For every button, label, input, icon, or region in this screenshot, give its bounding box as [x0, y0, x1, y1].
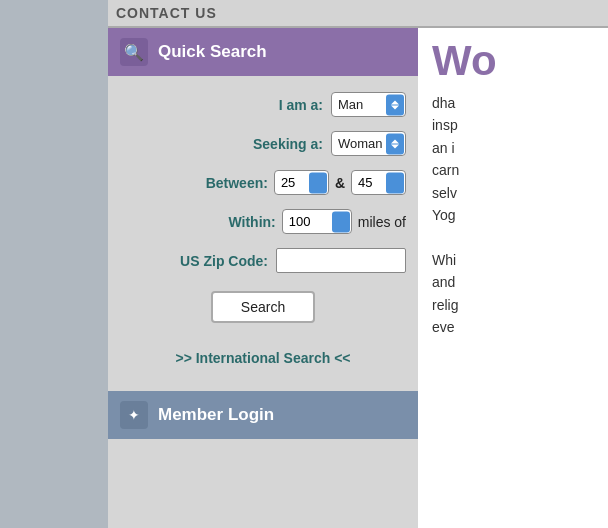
- international-search-link[interactable]: >> International Search <<: [175, 350, 350, 366]
- within-input[interactable]: [282, 209, 352, 234]
- search-button[interactable]: Search: [211, 291, 315, 323]
- main-content: CONTACT US 🔍 Quick Search I am a: Man: [108, 0, 608, 528]
- between-label: Between:: [206, 175, 268, 191]
- within-wrap[interactable]: [282, 209, 352, 234]
- quick-search-title: Quick Search: [158, 42, 267, 62]
- i-am-select-wrapper[interactable]: Man Woman: [331, 92, 406, 117]
- contact-bar-text: CONTACT US: [116, 5, 217, 21]
- member-icon: ✦: [120, 401, 148, 429]
- member-login-title: Member Login: [158, 405, 274, 425]
- zip-input[interactable]: [276, 248, 406, 273]
- i-am-label: I am a:: [279, 97, 323, 113]
- zip-label: US Zip Code:: [180, 253, 268, 269]
- seeking-row: Seeking a: Man Woman: [120, 131, 406, 156]
- between-row: Between: &: [120, 170, 406, 195]
- search-icon: 🔍: [120, 38, 148, 66]
- within-row: Within: miles of: [120, 209, 406, 234]
- left-panel: 🔍 Quick Search I am a: Man Woman: [108, 28, 418, 528]
- body-section: 🔍 Quick Search I am a: Man Woman: [108, 28, 608, 528]
- seeking-select[interactable]: Man Woman: [331, 131, 406, 156]
- between-max-input[interactable]: [351, 170, 406, 195]
- member-login-header: ✦ Member Login: [108, 391, 418, 439]
- seeking-select-wrapper[interactable]: Man Woman: [331, 131, 406, 156]
- left-sidebar: [0, 0, 108, 528]
- right-body-text: dha insp an i carn selv Yog Whi and reli…: [432, 92, 594, 338]
- i-am-select[interactable]: Man Woman: [331, 92, 406, 117]
- search-form: I am a: Man Woman Seeking a:: [108, 76, 418, 391]
- contact-bar: CONTACT US: [108, 0, 608, 28]
- zip-row: US Zip Code:: [120, 248, 406, 273]
- miles-label: miles of: [358, 214, 406, 230]
- seeking-label: Seeking a:: [253, 136, 323, 152]
- amp-label: &: [335, 175, 345, 191]
- quick-search-header: 🔍 Quick Search: [108, 28, 418, 76]
- between-min-input[interactable]: [274, 170, 329, 195]
- i-am-row: I am a: Man Woman: [120, 92, 406, 117]
- between-min-wrap[interactable]: [274, 170, 329, 195]
- search-button-row: Search: [120, 287, 406, 329]
- between-max-wrap[interactable]: [351, 170, 406, 195]
- right-title: Wo: [432, 40, 594, 82]
- international-link-row: >> International Search <<: [120, 343, 406, 379]
- within-label: Within:: [228, 214, 275, 230]
- right-panel: Wo dha insp an i carn selv Yog Whi and r…: [418, 28, 608, 528]
